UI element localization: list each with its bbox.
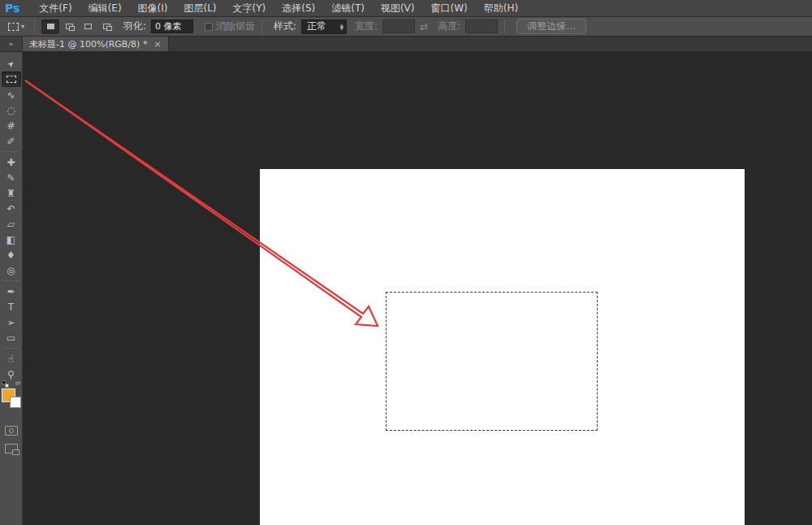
move-tool[interactable]: ➤: [2, 56, 21, 72]
close-icon[interactable]: ×: [153, 39, 161, 50]
history-brush-tool[interactable]: ↶: [2, 201, 21, 216]
width-input[interactable]: [382, 20, 415, 33]
blur-tool[interactable]: ♦: [2, 247, 21, 262]
menu-file[interactable]: 文件(F): [31, 2, 80, 15]
swap-colors-icon[interactable]: ⇄: [15, 380, 21, 387]
chevron-down-icon: ▾: [21, 23, 24, 30]
brush-tool[interactable]: ✎: [2, 170, 21, 185]
pasteboard: [23, 52, 812, 525]
menu-image[interactable]: 图像(I): [130, 2, 176, 15]
antialias-checkbox[interactable]: [205, 23, 213, 31]
refine-edge-button[interactable]: 调整边缘…: [516, 19, 586, 34]
menu-bar: Ps 文件(F) 编辑(E) 图像(I) 图层(L) 文字(Y) 选择(S) 滤…: [0, 0, 812, 17]
document-canvas[interactable]: [260, 169, 745, 525]
screen-mode-button[interactable]: [5, 444, 18, 453]
feather-input[interactable]: [151, 20, 193, 33]
style-value: 正常: [307, 20, 326, 33]
tools-panel-collapse-button[interactable]: »: [0, 37, 23, 51]
height-input[interactable]: [465, 20, 498, 33]
eraser-tool[interactable]: ▱: [2, 216, 21, 232]
document-tab[interactable]: 未标题-1 @ 100%(RGB/8) * ×: [23, 37, 169, 51]
selection-mode-group: [41, 20, 115, 34]
photoshop-logo: Ps: [5, 2, 19, 15]
divider: [2, 348, 20, 349]
double-chevron-icon: »: [9, 40, 14, 48]
background-color-swatch[interactable]: [10, 397, 21, 408]
tool-options-bar: ▾ 羽化: 消除锯齿 样式: 正常 ▲▼ 宽度: ⇄ 高度: 调整边缘…: [0, 17, 812, 37]
rectangular-marquee-tool[interactable]: [2, 72, 21, 87]
divider: [2, 151, 20, 152]
menu-window[interactable]: 窗口(W): [423, 2, 476, 15]
add-to-selection-button[interactable]: [60, 20, 78, 34]
eyedropper-tool[interactable]: ✐: [2, 133, 21, 149]
antialias-label: 消除锯齿: [216, 20, 255, 33]
marquee-selection[interactable]: [386, 292, 598, 431]
intersect-selection-button[interactable]: [97, 20, 115, 34]
height-label: 高度:: [438, 20, 460, 33]
style-label: 样式:: [274, 20, 296, 33]
path-selection-tool[interactable]: ➢: [2, 315, 21, 330]
tools-panel: ➤ ∿ ◌ # ✐ ✚ ✎ ♜ ↶ ▱ ◧ ♦ ◎ ✒ T ➢ ▭ ☝ ⚲ ⇄: [0, 52, 23, 525]
pen-tool[interactable]: ✒: [2, 284, 21, 299]
antialias-checkbox-row[interactable]: 消除锯齿: [205, 20, 255, 33]
document-title: 未标题-1 @ 100%(RGB/8) *: [29, 38, 147, 50]
clone-stamp-tool[interactable]: ♜: [2, 185, 21, 201]
quick-selection-tool[interactable]: ◌: [2, 102, 21, 118]
swap-dimensions-icon[interactable]: ⇄: [420, 21, 428, 33]
style-dropdown[interactable]: 正常 ▲▼: [301, 20, 347, 34]
menu-select[interactable]: 选择(S): [274, 2, 323, 15]
marquee-tool-icon: [8, 23, 19, 31]
menu-edit[interactable]: 编辑(E): [80, 2, 130, 15]
gradient-tool[interactable]: ◧: [2, 232, 21, 247]
separator: [504, 20, 505, 34]
crop-tool[interactable]: #: [2, 118, 21, 133]
tool-preset-picker[interactable]: ▾: [5, 21, 28, 33]
width-label: 宽度:: [355, 20, 378, 33]
rectangle-tool[interactable]: ▭: [2, 330, 21, 345]
main-area: ➤ ∿ ◌ # ✐ ✚ ✎ ♜ ↶ ▱ ◧ ♦ ◎ ✒ T ➢ ▭ ☝ ⚲ ⇄: [0, 52, 812, 525]
hand-tool[interactable]: ☝: [2, 351, 21, 367]
new-selection-icon: [47, 24, 54, 29]
document-tab-bar: » 未标题-1 @ 100%(RGB/8) * ×: [0, 37, 812, 51]
dodge-tool[interactable]: ◎: [2, 262, 21, 278]
separator: [261, 20, 262, 34]
subtract-selection-icon: [84, 24, 92, 29]
quick-mask-mode-button[interactable]: [5, 426, 18, 436]
spot-healing-brush-tool[interactable]: ✚: [2, 154, 21, 170]
menu-filter[interactable]: 滤镜(T): [323, 2, 373, 15]
marquee-icon: [6, 76, 16, 83]
color-swatch-area: ⇄: [2, 387, 21, 414]
menu-layer[interactable]: 图层(L): [175, 2, 224, 15]
new-selection-button[interactable]: [41, 20, 59, 34]
menu-help[interactable]: 帮助(H): [476, 2, 526, 15]
type-tool[interactable]: T: [2, 299, 21, 315]
menu-type[interactable]: 文字(Y): [225, 2, 274, 15]
subtract-from-selection-button[interactable]: [79, 20, 97, 34]
spinner-icon: ▲▼: [339, 24, 343, 30]
menu-view[interactable]: 视图(V): [373, 2, 423, 15]
lasso-tool[interactable]: ∿: [2, 87, 21, 102]
feather-label: 羽化:: [123, 20, 146, 33]
divider: [2, 280, 20, 281]
separator: [34, 20, 35, 34]
